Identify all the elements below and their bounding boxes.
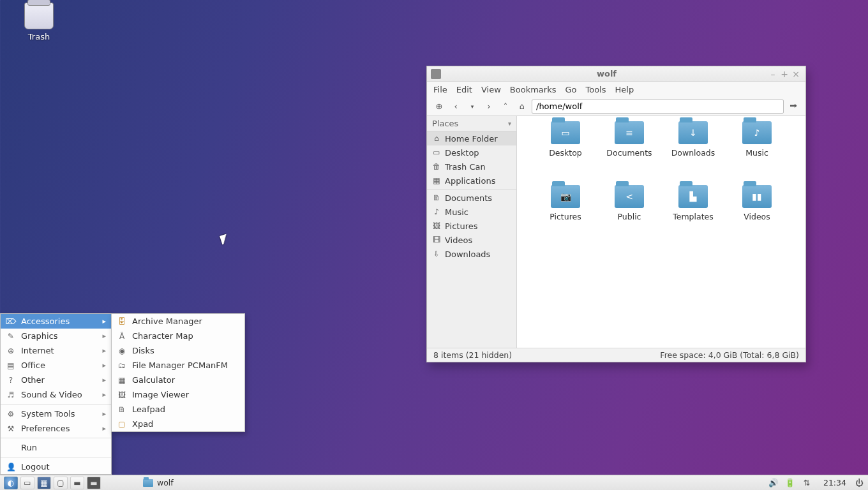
- image-viewer-icon: 🖼: [117, 390, 127, 400]
- home-icon: ⌂: [432, 134, 441, 143]
- sidebar-item-trash[interactable]: 🗑Trash Can: [427, 160, 516, 174]
- folder-icon: ▭: [551, 121, 580, 144]
- menu-item-label: Logout: [21, 462, 106, 471]
- menu-item-sound-video[interactable]: ♬Sound & Video▸: [1, 387, 111, 402]
- submenu-item-leafpad[interactable]: 🗎Leafpad: [112, 402, 244, 417]
- disks-icon: ◉: [117, 346, 127, 356]
- chevron-right-icon: ▸: [102, 424, 106, 433]
- folder-desktop[interactable]: ▭Desktop: [534, 121, 597, 185]
- folder-videos[interactable]: ▮▮Videos: [725, 185, 789, 249]
- menu-help[interactable]: Help: [615, 85, 634, 94]
- menu-item-system-tools[interactable]: ⚙System Tools▸: [1, 406, 111, 421]
- new-tab-button[interactable]: ⊕: [432, 100, 446, 114]
- sidebar-item-music[interactable]: ♪Music: [427, 205, 516, 219]
- workspace-2-button[interactable]: ▢: [54, 477, 68, 489]
- menu-edit[interactable]: Edit: [456, 85, 472, 94]
- folder-documents[interactable]: ≡Documents: [597, 121, 661, 185]
- workspace-1-button[interactable]: ▦: [37, 477, 51, 489]
- menu-item-graphics[interactable]: ✎Graphics▸: [1, 329, 111, 343]
- sidebar-header[interactable]: Places ▾: [427, 116, 516, 131]
- trash-icon: 🗑: [432, 162, 441, 171]
- menu-item-label: Accessories: [21, 316, 97, 326]
- sidebar-item-label: Home Folder: [445, 134, 498, 144]
- menu-item-label: Image Viewer: [132, 390, 239, 399]
- window-titlebar[interactable]: wolf – + ×: [427, 66, 805, 82]
- menu-item-run[interactable]: Run: [1, 440, 111, 455]
- folder-music[interactable]: ♪Music: [725, 121, 789, 185]
- accessories-icon: ⌦: [6, 316, 16, 327]
- battery-icon[interactable]: 🔋: [785, 478, 795, 488]
- app-menu: ⌦Accessories▸ ✎Graphics▸ ⊕Internet▸ ▤Off…: [0, 313, 112, 475]
- go-button[interactable]: ⮕: [786, 100, 800, 114]
- back-button[interactable]: ‹: [449, 100, 463, 114]
- desktop-icon: ▭: [432, 148, 441, 157]
- menu-bookmarks[interactable]: Bookmarks: [510, 85, 557, 94]
- menu-item-accessories[interactable]: ⌦Accessories▸: [1, 314, 111, 329]
- menu-view[interactable]: View: [481, 85, 501, 94]
- sidebar-item-home[interactable]: ⌂Home Folder: [427, 131, 516, 145]
- menu-go[interactable]: Go: [565, 85, 576, 94]
- menu-item-other[interactable]: ?Other▸: [1, 373, 111, 387]
- sidebar: Places ▾ ⌂Home Folder ▭Desktop 🗑Trash Ca…: [427, 116, 517, 348]
- submenu-item-xpad[interactable]: ▢Xpad: [112, 417, 244, 431]
- pictures-icon: 🖼: [432, 221, 441, 230]
- power-icon[interactable]: ⏻: [854, 478, 864, 488]
- folder-pictures[interactable]: 📷Pictures: [534, 185, 597, 249]
- home-button[interactable]: ⌂: [515, 100, 529, 114]
- graphics-icon: ✎: [6, 331, 16, 341]
- close-button[interactable]: ×: [790, 69, 802, 79]
- submenu-item-disks[interactable]: ◉Disks: [112, 343, 244, 358]
- show-desktop-button[interactable]: ▭: [20, 477, 34, 489]
- sidebar-item-label: Documents: [445, 193, 492, 203]
- taskbar-task-wolf[interactable]: wolf: [138, 477, 199, 489]
- submenu-item-file-manager[interactable]: 🗂File Manager PCManFM: [112, 358, 244, 373]
- path-input[interactable]: [532, 100, 784, 114]
- maximize-button[interactable]: +: [779, 69, 790, 79]
- folder-label: Documents: [606, 148, 652, 158]
- menu-tools[interactable]: Tools: [585, 85, 606, 94]
- system-tray: 🔊 🔋 ⇅ 21:34 ⏻: [768, 478, 864, 488]
- network-icon[interactable]: ⇅: [802, 478, 812, 488]
- submenu-item-archive-manager[interactable]: 🗄Archive Manager: [112, 314, 244, 329]
- desktop-icon-trash[interactable]: Trash: [17, 3, 61, 41]
- menu-item-internet[interactable]: ⊕Internet▸: [1, 343, 111, 358]
- start-button[interactable]: ◐: [4, 477, 18, 489]
- folder-public[interactable]: <Public: [597, 185, 661, 249]
- submenu-item-image-viewer[interactable]: 🖼Image Viewer: [112, 387, 244, 402]
- menu-file[interactable]: File: [433, 85, 447, 94]
- menu-item-preferences[interactable]: ⚒Preferences▸: [1, 421, 111, 436]
- folder-label: Downloads: [671, 148, 715, 158]
- submenu-item-galculator[interactable]: ▦Galculator: [112, 373, 244, 387]
- folder-icon: ▮▮: [742, 185, 772, 208]
- iconify-button[interactable]: ▬: [70, 477, 84, 489]
- history-dropdown[interactable]: ▾: [465, 100, 479, 114]
- documents-icon: 🗎: [432, 193, 441, 202]
- sidebar-item-desktop[interactable]: ▭Desktop: [427, 145, 516, 160]
- chevron-down-icon: ▾: [508, 120, 511, 127]
- folder-downloads[interactable]: ↓Downloads: [661, 121, 725, 185]
- clock[interactable]: 21:34: [823, 478, 846, 487]
- folder-templates[interactable]: ▙Templates: [661, 185, 725, 249]
- forward-button[interactable]: ›: [482, 100, 496, 114]
- submenu-item-character-map[interactable]: ÄCharacter Map: [112, 329, 244, 343]
- folder-label: Desktop: [549, 148, 582, 158]
- sidebar-item-documents[interactable]: 🗎Documents: [427, 191, 516, 205]
- menu-item-logout[interactable]: 👤Logout: [1, 459, 111, 474]
- menu-item-label: Xpad: [132, 419, 239, 429]
- menu-item-label: System Tools: [21, 409, 97, 419]
- sidebar-item-applications[interactable]: ▦Applications: [427, 174, 516, 188]
- menu-item-label: Galculator: [132, 375, 239, 385]
- preferences-icon: ⚒: [6, 424, 16, 434]
- file-manager-icon: 🗂: [117, 360, 127, 371]
- sidebar-item-videos[interactable]: 🎞Videos: [427, 233, 516, 247]
- menu-item-label: Preferences: [21, 424, 97, 433]
- window-list-button[interactable]: ▬: [87, 477, 101, 489]
- videos-icon: 🎞: [432, 235, 441, 244]
- up-button[interactable]: ˄: [498, 100, 513, 114]
- volume-icon[interactable]: 🔊: [768, 478, 779, 488]
- sidebar-item-downloads[interactable]: ⇩Downloads: [427, 247, 516, 261]
- menu-item-office[interactable]: ▤Office▸: [1, 358, 111, 373]
- sidebar-item-pictures[interactable]: 🖼Pictures: [427, 219, 516, 233]
- minimize-button[interactable]: –: [767, 69, 779, 79]
- taskbar: ◐ ▭ ▦ ▢ ▬ ▬ wolf 🔊 🔋 ⇅ 21:34 ⏻: [0, 475, 868, 490]
